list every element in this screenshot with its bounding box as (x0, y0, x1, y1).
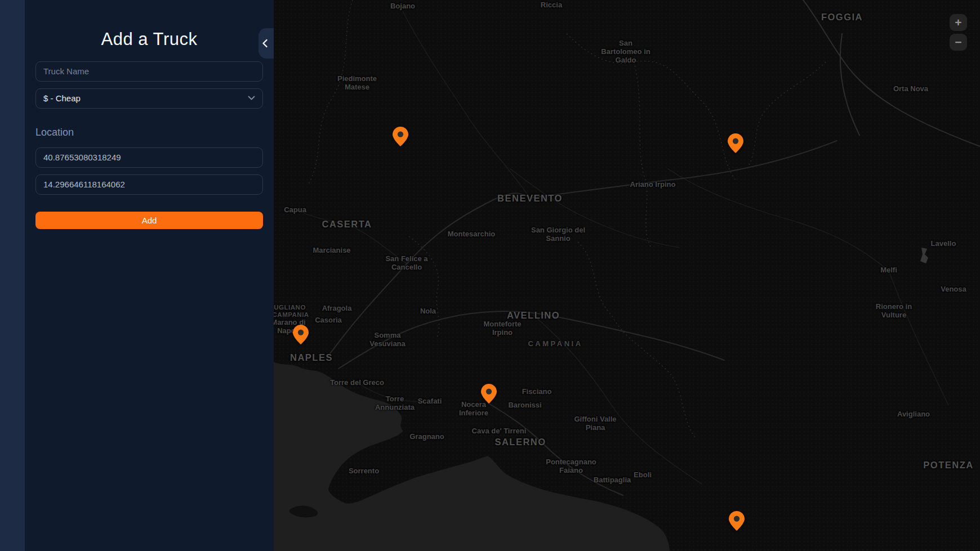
sea-polygon (274, 362, 670, 551)
app-screen: + − FOGGIABENEVENTOCASERTAAVELLINONAPLES… (0, 0, 980, 551)
add-truck-button[interactable]: Add (35, 212, 263, 229)
price-tier-selected-value: $ - Cheap (43, 93, 81, 103)
lake (920, 248, 928, 263)
chevron-down-icon (248, 96, 255, 101)
map-pin[interactable] (293, 325, 309, 344)
map-zoom-controls: + − (950, 14, 967, 51)
map-pin[interactable] (481, 384, 497, 404)
map-canvas[interactable]: + − FOGGIABENEVENTOCASERTAAVELLINONAPLES… (274, 0, 980, 551)
map-geography (274, 0, 980, 551)
location-heading: Location (35, 127, 263, 138)
sidebar-accent-strip (0, 0, 25, 551)
chevron-left-icon (262, 39, 268, 48)
page-title: Add a Truck (35, 29, 263, 50)
longitude-input[interactable] (35, 174, 263, 195)
zoom-out-button[interactable]: − (950, 34, 967, 51)
sidebar-collapse-button[interactable] (259, 28, 274, 59)
sidebar-panel: Add a Truck $ - Cheap Location Add (25, 0, 274, 551)
add-truck-sidebar: Add a Truck $ - Cheap Location Add (0, 0, 274, 551)
truck-name-input[interactable] (35, 61, 263, 82)
map-pin[interactable] (729, 511, 745, 531)
map-pin[interactable] (728, 133, 743, 153)
price-tier-select[interactable]: $ - Cheap (35, 88, 263, 109)
zoom-in-button[interactable]: + (950, 14, 967, 31)
map-pin[interactable] (393, 127, 408, 146)
latitude-input[interactable] (35, 147, 263, 168)
